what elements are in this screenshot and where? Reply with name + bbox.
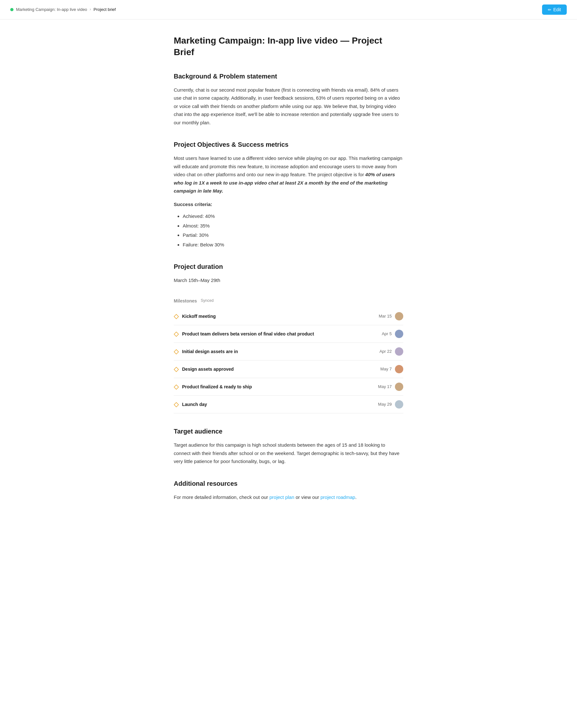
milestone-diamond-icon (174, 331, 179, 336)
milestone-diamond-icon (174, 384, 179, 389)
milestone-left: Initial design assets are in (174, 348, 238, 355)
milestone-name: Product team delivers beta version of fi… (182, 330, 314, 337)
section-objectives: Project Objectives & Success metrics Mos… (174, 139, 403, 249)
section-milestones: Milestones Synced Kickoff meeting Mar 15 (174, 297, 403, 413)
milestone-date: Apr 22 (379, 348, 392, 355)
milestone-date: Mar 15 (379, 313, 392, 320)
milestone-date: Apr 5 (382, 331, 392, 337)
section-duration-heading: Project duration (174, 261, 403, 272)
resources-text-prefix: For more detailed information, check out… (174, 494, 268, 500)
milestone-date: May 7 (380, 366, 392, 373)
list-item: Achieved: 40% (183, 212, 403, 220)
project-roadmap-link[interactable]: project roadmap (321, 494, 355, 500)
edit-button-label: Edit (553, 7, 561, 12)
milestone-left: Kickoff meeting (174, 313, 216, 320)
milestone-row: Product team delivers beta version of fi… (174, 325, 403, 343)
resources-text-suffix: . (355, 494, 356, 500)
avatar (395, 312, 403, 320)
milestone-left: Launch day (174, 401, 207, 408)
page-title: Marketing Campaign: In-app live video — … (174, 35, 403, 58)
milestone-diamond-icon (174, 367, 179, 372)
top-navigation: Marketing Campaign: In-app live video › … (0, 0, 577, 20)
section-additional-resources-body: For more detailed information, check out… (174, 493, 403, 501)
avatar (395, 330, 403, 338)
breadcrumb-current: Project brief (94, 6, 116, 13)
milestone-diamond-icon (174, 349, 179, 354)
milestone-name: Launch day (182, 401, 207, 408)
milestone-date: May 29 (378, 401, 392, 408)
milestone-row: Launch day May 29 (174, 396, 403, 413)
section-additional-resources: Additional resources For more detailed i… (174, 478, 403, 501)
section-objectives-body: Most users have learned to use a differe… (174, 154, 403, 195)
milestone-left: Design assets approved (174, 366, 234, 373)
section-duration: Project duration March 15th–May 29th (174, 261, 403, 285)
section-duration-body: March 15th–May 29th (174, 276, 403, 285)
section-background-heading: Background & Problem statement (174, 71, 403, 81)
edit-icon: ✏ (548, 7, 551, 12)
project-plan-link[interactable]: project plan (269, 494, 294, 500)
avatar (395, 400, 403, 409)
milestone-left: Product team delivers beta version of fi… (174, 330, 314, 337)
milestone-right: Apr 5 (382, 330, 403, 338)
milestone-diamond-icon (174, 314, 179, 319)
status-dot (10, 8, 14, 11)
edit-button[interactable]: ✏ Edit (542, 4, 567, 15)
milestones-header: Milestones Synced (174, 297, 403, 304)
milestone-name: Initial design assets are in (182, 348, 238, 355)
list-item: Failure: Below 30% (183, 241, 403, 249)
section-background: Background & Problem statement Currently… (174, 71, 403, 127)
milestone-right: May 7 (380, 365, 403, 373)
list-item: Almost: 35% (183, 222, 403, 230)
section-background-body: Currently, chat is our second most popul… (174, 86, 403, 127)
breadcrumb: Marketing Campaign: In-app live video › … (10, 6, 116, 13)
section-objectives-heading: Project Objectives & Success metrics (174, 139, 403, 150)
breadcrumb-parent[interactable]: Marketing Campaign: In-app live video (16, 6, 87, 13)
milestone-date: May 17 (378, 384, 392, 390)
milestone-right: May 17 (378, 383, 403, 391)
resources-text-middle: or view our (296, 494, 319, 500)
avatar (395, 347, 403, 356)
section-target-audience-heading: Target audience (174, 426, 403, 436)
avatar (395, 365, 403, 373)
milestone-row: Initial design assets are in Apr 22 (174, 343, 403, 361)
milestone-row: Kickoff meeting Mar 15 (174, 308, 403, 325)
avatar (395, 383, 403, 391)
milestone-right: Apr 22 (379, 347, 403, 356)
milestone-name: Kickoff meeting (182, 313, 216, 320)
list-item: Partial: 30% (183, 231, 403, 239)
milestone-name: Product finalized & ready to ship (182, 383, 252, 390)
section-target-audience-body: Target audience for this campaign is hig… (174, 441, 403, 466)
milestone-row: Product finalized & ready to ship May 17 (174, 378, 403, 396)
milestone-diamond-icon (174, 402, 179, 407)
main-content: Marketing Campaign: In-app live video — … (164, 20, 413, 540)
section-target-audience: Target audience Target audience for this… (174, 426, 403, 466)
synced-badge: Synced (201, 298, 214, 304)
milestone-left: Product finalized & ready to ship (174, 383, 252, 390)
success-criteria-label: Success criteria: (174, 200, 403, 209)
section-additional-resources-heading: Additional resources (174, 478, 403, 489)
milestone-right: May 29 (378, 400, 403, 409)
milestone-name: Design assets approved (182, 366, 234, 373)
milestone-right: Mar 15 (379, 312, 403, 320)
success-criteria-list: Achieved: 40% Almost: 35% Partial: 30% F… (174, 212, 403, 249)
milestone-row: Design assets approved May 7 (174, 361, 403, 378)
chevron-icon: › (90, 6, 91, 12)
milestones-label: Milestones (174, 297, 197, 304)
